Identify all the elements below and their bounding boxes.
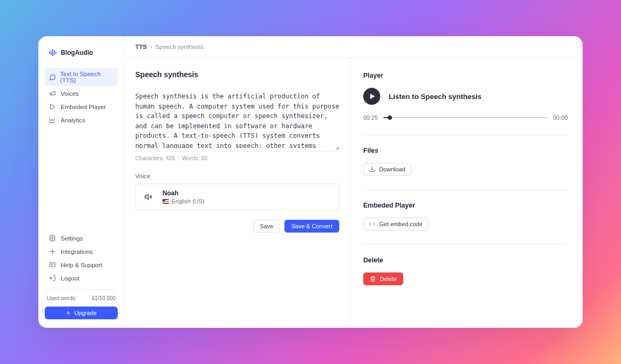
breadcrumb: TTS › Speech synthesis: [125, 36, 583, 58]
download-button[interactable]: Download: [363, 163, 411, 176]
sidebar: BlogAudio Text to Speech (TTS) Voices Em…: [38, 36, 125, 328]
main-column: TTS › Speech synthesis ◢ Characters: 425…: [125, 36, 583, 328]
sidebar-item-label: Voices: [61, 90, 79, 97]
sidebar-item-label: Integrations: [61, 249, 93, 255]
get-embed-button[interactable]: Get embed code: [363, 218, 428, 230]
download-icon: [369, 166, 375, 172]
sidebar-item-analytics[interactable]: Analytics: [45, 114, 118, 126]
upgrade-icon: [66, 310, 71, 316]
delete-section-title: Delete: [363, 257, 568, 264]
chat-icon: [49, 74, 56, 81]
play-button[interactable]: [363, 88, 380, 105]
integrations-icon: [49, 248, 56, 255]
usage-row: Used words: 61/10 000: [45, 289, 118, 301]
download-label: Download: [379, 166, 405, 172]
gear-icon: [49, 235, 56, 242]
save-convert-button[interactable]: Save & Convert: [284, 220, 339, 233]
slider-thumb[interactable]: [388, 115, 392, 120]
svg-point-11: [52, 251, 53, 252]
sidebar-footer-nav: Settings Integrations Help & Support Log…: [45, 232, 118, 284]
word-count: Words: 60: [182, 155, 208, 161]
right-panel: Player Listen to Speech synthesis 00:25 …: [350, 58, 583, 328]
sidebar-item-logout[interactable]: Logout: [45, 272, 118, 284]
get-embed-label: Get embed code: [379, 221, 422, 227]
brand-name: BlogAudio: [61, 49, 93, 56]
logout-icon: [49, 275, 56, 282]
sidebar-item-label: Analytics: [61, 117, 85, 123]
player-track-title: Listen to Speech synthesis: [389, 93, 481, 101]
megaphone-icon: [49, 90, 56, 97]
voice-section-label: Voice: [135, 173, 339, 179]
svg-marker-16: [145, 194, 148, 199]
logo-icon: [49, 49, 58, 56]
content-row: ◢ Characters: 425 Words: 60 Voice Noah: [125, 58, 583, 328]
sidebar-item-label: Text to Speech (TTS): [60, 71, 113, 84]
char-count: Characters: 425: [135, 155, 175, 161]
us-flag-icon: [162, 199, 169, 204]
embed-section-title: Embeded Player: [363, 202, 568, 209]
editor-panel: ◢ Characters: 425 Words: 60 Voice Noah: [125, 58, 350, 328]
svg-rect-12: [50, 262, 55, 267]
breadcrumb-root[interactable]: TTS: [135, 44, 147, 50]
delete-button[interactable]: Delete: [363, 272, 403, 285]
sidebar-item-voices[interactable]: Voices: [45, 87, 118, 100]
logo[interactable]: BlogAudio: [45, 49, 118, 56]
help-icon: [49, 261, 56, 268]
sidebar-nav: Text to Speech (TTS) Voices Embeded Play…: [45, 68, 118, 126]
player-slider[interactable]: [383, 117, 548, 119]
analytics-icon: [49, 117, 56, 123]
sidebar-item-settings[interactable]: Settings: [45, 232, 118, 244]
files-section-title: Files: [363, 147, 568, 154]
code-icon: [369, 221, 375, 227]
body-textarea[interactable]: [135, 92, 339, 148]
breadcrumb-current: Speech synthesis: [156, 44, 203, 50]
sidebar-item-embed[interactable]: Embeded Player: [45, 101, 118, 113]
sidebar-item-label: Help & Support: [61, 262, 102, 268]
voice-language: English (US): [171, 198, 205, 204]
save-button[interactable]: Save: [253, 220, 280, 233]
chevron-right-icon: ›: [150, 44, 152, 50]
svg-point-6: [52, 237, 53, 239]
trash-icon: [370, 276, 376, 282]
title-input[interactable]: [135, 70, 339, 82]
usage-value: 61/10 000: [92, 295, 116, 301]
play-icon: [370, 94, 375, 99]
sidebar-item-help[interactable]: Help & Support: [45, 259, 118, 271]
sidebar-item-label: Settings: [61, 235, 83, 242]
delete-label: Delete: [380, 276, 397, 282]
app-window: BlogAudio Text to Speech (TTS) Voices Em…: [38, 36, 583, 328]
counts: Characters: 425 Words: 60: [135, 155, 339, 161]
upgrade-label: Upgrade: [74, 310, 96, 316]
sidebar-item-tts[interactable]: Text to Speech (TTS): [45, 68, 118, 86]
player-section-title: Player: [363, 72, 568, 79]
upgrade-button[interactable]: Upgrade: [45, 307, 118, 319]
voice-name: Noah: [162, 189, 205, 197]
speaker-icon: [142, 193, 155, 201]
usage-label: Used words:: [47, 295, 77, 301]
voice-selector[interactable]: Noah English (US): [135, 184, 339, 210]
player-current-time: 00:25: [363, 114, 378, 121]
play-icon: [49, 103, 56, 110]
sidebar-item-label: Logout: [61, 275, 79, 282]
player-total-time: 00:00: [553, 114, 568, 121]
svg-marker-5: [51, 104, 55, 110]
sidebar-item-label: Embeded Player: [61, 104, 106, 110]
sidebar-item-integrations[interactable]: Integrations: [45, 245, 118, 258]
